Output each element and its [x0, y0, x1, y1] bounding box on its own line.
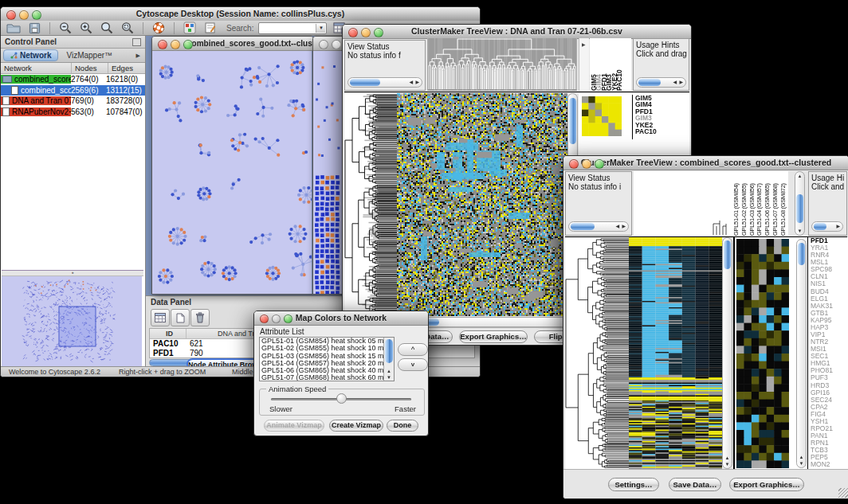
close-button[interactable] [260, 315, 269, 323]
status-scrollbar[interactable]: ◀▶ [347, 77, 422, 88]
row-label[interactable]: PAC10 [633, 128, 689, 135]
zoom-fit-icon[interactable] [99, 21, 115, 35]
tab-vizmapper[interactable]: VizMapper™ [58, 51, 120, 60]
move-up-button[interactable]: ^ [398, 343, 428, 356]
attribute-item[interactable]: GPL51-07 (GSM868) heat shock 60 min [260, 374, 394, 381]
dialog-titlebar[interactable]: Map Colors to Network [254, 311, 428, 326]
column-label[interactable]: GPL51-08 (GSM872) [779, 171, 787, 236]
vizmap-icon[interactable] [182, 21, 198, 35]
column-dendrogram-canvas[interactable] [634, 171, 729, 236]
move-down-button[interactable]: v [398, 358, 428, 371]
column-label[interactable]: GPL51-07 (GSM868) [771, 171, 779, 236]
column-id[interactable]: ID [150, 329, 186, 338]
close-button[interactable] [569, 159, 579, 169]
heatmap-canvas[interactable] [397, 93, 567, 316]
treeview-button[interactable]: Export Graphics… [729, 478, 804, 491]
zoom-button[interactable] [374, 28, 383, 37]
search-dropdown-icon[interactable]: ▼ [316, 24, 325, 33]
network-graph-canvas[interactable] [152, 51, 312, 294]
network-list-row[interactable]: DNA and Tran 07 769(0) 183728(0) [1, 96, 145, 107]
treeview-button[interactable]: Settings… [608, 478, 659, 491]
dialog-button[interactable]: Animate Vizmap [264, 420, 324, 432]
column-nodes[interactable]: Nodes [72, 63, 108, 73]
column-label[interactable]: GPL51-04 (GSM857) [756, 171, 764, 236]
window-controls[interactable] [158, 40, 193, 49]
delete-attribute-trash-icon[interactable] [190, 309, 210, 326]
zoom-button[interactable] [595, 159, 604, 169]
hints-scrollbar[interactable]: ▶ [811, 221, 843, 232]
zoom-button[interactable] [183, 40, 193, 49]
gene-list-vscrollbar[interactable]: ▲▼ [796, 239, 807, 468]
column-label[interactable]: YKE2 [610, 38, 615, 91]
column-label[interactable]: GPL51-03 (GSM856) [748, 171, 756, 236]
status-scrollbar[interactable]: ◀▶ [568, 221, 629, 232]
close-button[interactable] [158, 40, 167, 49]
splitter-handle[interactable]: ● [2, 271, 143, 276]
treeview2-titlebar[interactable]: ClusterMaker TreeView : combined_scores_… [563, 156, 848, 170]
background-window-titlebar[interactable] [313, 37, 344, 51]
float-panel-icon[interactable] [132, 38, 141, 46]
column-label[interactable]: PAC10 [615, 38, 620, 91]
hints-scrollbar[interactable]: ◀▶ [636, 77, 686, 88]
tab-network[interactable]: Network [3, 49, 58, 61]
minimize-button[interactable] [332, 40, 341, 49]
gene-label[interactable]: MON2 [808, 461, 848, 468]
row-dendrogram-canvas[interactable] [344, 93, 397, 316]
zoom-button[interactable] [32, 10, 41, 20]
column-label[interactable]: GPL51-01 (GSM854) [732, 171, 740, 236]
column-dendrogram-canvas[interactable] [427, 38, 577, 91]
zoom-out-icon[interactable] [57, 21, 73, 35]
window-controls[interactable] [260, 315, 292, 323]
new-attribute-icon[interactable] [171, 309, 190, 326]
column-label[interactable]: GPL51-02 (GSM855) [740, 171, 748, 236]
treeview-button[interactable]: Save Data… [669, 478, 721, 491]
window-controls[interactable] [6, 10, 41, 20]
close-button[interactable] [319, 40, 328, 49]
resize-grip[interactable] [838, 488, 848, 498]
window-controls[interactable] [348, 28, 383, 37]
close-button[interactable] [6, 10, 16, 20]
network-list-row[interactable]: RNAPuberNov2+I 563(0) 107847(0) [1, 107, 145, 118]
dialog-button[interactable]: Done [387, 420, 418, 432]
list-scrollbar[interactable]: ▲▼ [383, 338, 394, 381]
zoom-heatmap-canvas[interactable] [582, 96, 622, 136]
minimize-button[interactable] [171, 40, 180, 49]
zoom-in-icon[interactable] [78, 21, 94, 35]
select-attributes-icon[interactable] [151, 309, 170, 326]
close-button[interactable] [348, 28, 358, 37]
save-icon[interactable] [26, 21, 42, 35]
zoom-selected-icon[interactable] [120, 21, 135, 35]
network-overview-canvas[interactable] [2, 276, 142, 366]
open-file-icon[interactable] [6, 21, 22, 35]
expand-icon[interactable]: ▶ [582, 41, 586, 47]
attribute-list[interactable]: GPL51-01 (GSM854) heat shock 05 minGPL51… [259, 337, 395, 381]
annotation-icon[interactable] [202, 21, 218, 35]
window-controls[interactable] [569, 159, 604, 169]
heatmap-vscrollbar[interactable]: ▲▼ [722, 237, 732, 469]
labels-vscrollbar[interactable]: ▲▼ [795, 171, 805, 236]
background-network-canvas[interactable] [313, 51, 343, 294]
dialog-button[interactable]: Create Vizmap [329, 420, 383, 432]
minimize-button[interactable] [582, 159, 591, 169]
column-network[interactable]: Network [1, 63, 72, 73]
zoom-button[interactable] [284, 315, 292, 323]
column-label[interactable]: GIM3 [605, 38, 610, 91]
minimize-button[interactable] [19, 10, 29, 20]
tabs-overflow-icon[interactable]: ▶ [136, 53, 140, 59]
network-view-titlebar[interactable]: combined_scores_good.txt--cluste... [152, 37, 313, 51]
speed-slider-thumb[interactable] [336, 393, 347, 404]
row-dendrogram-canvas[interactable] [565, 237, 629, 469]
network-list-row[interactable]: combined_sco 2569(6) 13112(15) [1, 85, 145, 96]
treeview-button[interactable]: Export Graphics… [459, 330, 528, 343]
zoom-heatmap-canvas[interactable] [736, 239, 789, 468]
treeview1-titlebar[interactable]: ClusterMaker TreeView : DNA and Tran 07-… [343, 25, 691, 39]
column-label[interactable]: GPL51-06 (GSM865) [764, 171, 771, 236]
column-label[interactable]: GIM4 [595, 38, 599, 91]
minimize-button[interactable] [272, 315, 281, 323]
window-controls[interactable] [319, 40, 345, 49]
main-titlebar[interactable]: Cytoscape Desktop (Session Name: collins… [1, 7, 480, 21]
heatmap-canvas[interactable] [629, 237, 722, 469]
column-edges[interactable]: Edges [108, 63, 145, 73]
minimize-button[interactable] [361, 28, 371, 37]
help-lifebuoy-icon[interactable] [151, 21, 167, 35]
